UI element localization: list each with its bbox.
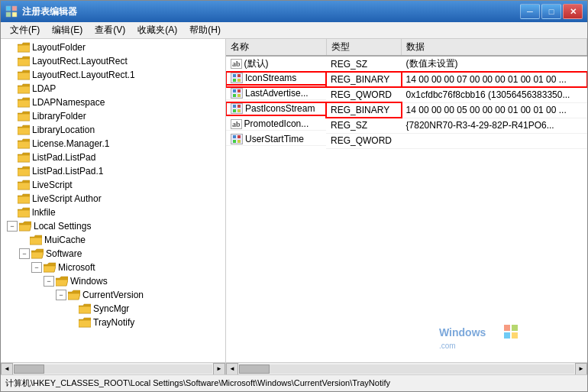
collapse-icon[interactable]: −	[56, 290, 66, 300]
folder-icon	[18, 70, 30, 80]
svg-rect-33	[237, 135, 241, 138]
close-button[interactable]: ✕	[563, 4, 583, 19]
table-row[interactable]: PastIconsStream REG_BINARY 14 00 00 00 0…	[226, 102, 587, 118]
scroll-right-arrow[interactable]: ►	[213, 363, 225, 375]
folder-icon	[18, 42, 30, 53]
tree-item-syncmgr[interactable]: SyncMgr	[1, 302, 225, 316]
table-row[interactable]: ab PromotedIcon... REG_SZ {7820NR70-R3-4…	[226, 118, 587, 133]
folder-icon-open	[56, 276, 68, 287]
reg-value-icon	[231, 103, 243, 114]
main-content: LayoutFolder LayoutRect.LayoutRect Layou…	[1, 39, 587, 362]
folder-icon	[18, 180, 30, 190]
reg-name: IconStreams	[245, 73, 296, 83]
left-hscroll[interactable]: ◄ ►	[1, 363, 226, 374]
svg-rect-27	[237, 94, 241, 97]
tree-item-livescript[interactable]: LiveScript	[1, 178, 225, 192]
tree-item-listpad[interactable]: ListPad.ListPad	[1, 151, 225, 164]
scroll-thumb2[interactable]	[239, 364, 270, 374]
tree-label: Local Settings	[34, 221, 91, 232]
tree-item-localsettings[interactable]: − Local Settings	[1, 219, 225, 233]
tree-item-ldapnamespace[interactable]: LDAPNamespace	[1, 96, 225, 109]
tree-item-windows[interactable]: − Windows	[1, 274, 225, 288]
tree-label: TrayNotify	[93, 317, 134, 328]
menu-edit[interactable]: 编辑(E)	[46, 22, 89, 38]
svg-rect-12	[18, 155, 30, 162]
tree-label: LayoutRect.LayoutRect	[32, 56, 128, 66]
scroll-left-arrow[interactable]: ◄	[1, 363, 13, 375]
tree-label: License.Manager.1	[32, 138, 109, 149]
tree-item-software[interactable]: − Software	[1, 247, 225, 261]
statusbar: 计算机\HKEY_CLASSES_ROOT\Local Settings\Sof…	[1, 374, 587, 391]
tree-item-layoutrect1[interactable]: LayoutRect.LayoutRect.1	[1, 68, 225, 82]
collapse-icon[interactable]: −	[19, 248, 30, 259]
reg-data: 0x1cfdbc76f8cbb16 (13056456383350...	[402, 87, 587, 102]
svg-rect-21	[237, 74, 241, 77]
right-hscroll[interactable]: ◄ ►	[226, 363, 587, 374]
menu-help[interactable]: 帮助(H)	[183, 22, 227, 38]
svg-rect-31	[237, 109, 241, 112]
tree-item-muicache[interactable]: MuiCache	[1, 233, 225, 247]
folder-icon	[18, 83, 30, 94]
reg-value-icon	[231, 73, 243, 83]
tree-item-livescriptauthor[interactable]: LiveScript Author	[1, 192, 225, 206]
tree-item-traynotify[interactable]: TrayNotify	[1, 316, 225, 329]
collapse-icon[interactable]: −	[7, 221, 18, 232]
menu-favorites[interactable]: 收藏夹(A)	[131, 22, 183, 38]
folder-icon	[18, 56, 30, 66]
collapse-icon[interactable]: −	[44, 276, 54, 287]
tree-item-libraryfolder[interactable]: LibraryFolder	[1, 109, 225, 123]
tree-item-layoutfolder[interactable]: LayoutFolder	[1, 40, 225, 54]
maximize-button[interactable]: □	[541, 4, 561, 19]
svg-rect-34	[233, 140, 236, 143]
tree-item-lnkfile[interactable]: lnkfile	[1, 206, 225, 219]
svg-rect-18	[79, 306, 91, 313]
tree-item-layoutrect[interactable]: LayoutRect.LayoutRect	[1, 54, 225, 68]
table-row[interactable]: IconStreams REG_BINARY 14 00 00 00 07 00…	[226, 72, 587, 87]
svg-rect-23	[237, 79, 241, 82]
table-row[interactable]: LastAdvertise... REG_QWORD 0x1cfdbc76f8c…	[226, 87, 587, 102]
tree-item-microsoft[interactable]: − Microsoft	[1, 261, 225, 274]
main-window: 注册表编辑器 ─ □ ✕ 文件(F) 编辑(E) 查看(V) 收藏夹(A) 帮助…	[0, 0, 588, 392]
reg-name: PastIconsStream	[245, 103, 315, 114]
reg-name: (默认)	[244, 57, 269, 70]
menubar: 文件(F) 编辑(E) 查看(V) 收藏夹(A) 帮助(H)	[1, 22, 587, 39]
reg-type: REG_SZ	[326, 56, 402, 72]
menu-file[interactable]: 文件(F)	[4, 22, 46, 38]
window-controls: ─ □ ✕	[520, 4, 583, 19]
reg-name: LastAdvertise...	[245, 88, 309, 99]
reg-type: REG_SZ	[326, 118, 402, 133]
reg-data: (数值未设置)	[402, 56, 587, 72]
tree-item-currentversion[interactable]: − CurrentVersion	[1, 288, 225, 302]
svg-rect-10	[18, 128, 30, 134]
tree-item-librarylocation[interactable]: LibraryLocation	[1, 123, 225, 137]
col-name: 名称	[226, 39, 326, 56]
tree-label: ListPad.ListPad.1	[32, 166, 103, 177]
tree-container[interactable]: LayoutFolder LayoutRect.LayoutRect Layou…	[1, 39, 225, 362]
svg-rect-32	[233, 135, 236, 138]
tree-item-licensemanager[interactable]: License.Manager.1	[1, 137, 225, 151]
folder-icon	[18, 125, 30, 135]
scroll-right-arrow2[interactable]: ►	[575, 363, 587, 375]
right-pane: 名称 类型 数据 ab (默认) REG_SZ	[226, 39, 587, 362]
folder-icon	[18, 138, 30, 149]
tree-label: lnkfile	[32, 207, 56, 218]
folder-icon	[79, 303, 91, 314]
menu-view[interactable]: 查看(V)	[89, 22, 131, 38]
reg-value-icon	[231, 134, 243, 144]
scroll-track[interactable]	[14, 364, 212, 374]
table-row[interactable]: UserStartTime REG_QWORD	[226, 133, 587, 148]
scroll-thumb[interactable]	[14, 364, 44, 374]
left-pane: LayoutFolder LayoutRect.LayoutRect Layou…	[1, 39, 226, 362]
registry-table[interactable]: 名称 类型 数据 ab (默认) REG_SZ	[226, 39, 587, 362]
tree-item-listpad1[interactable]: ListPad.ListPad.1	[1, 164, 225, 178]
scroll-track2[interactable]	[239, 364, 574, 374]
table-row[interactable]: ab (默认) REG_SZ (数值未设置)	[226, 56, 587, 72]
minimize-button[interactable]: ─	[520, 4, 540, 19]
tree-item-ldap[interactable]: LDAP	[1, 82, 225, 96]
svg-rect-0	[6, 6, 11, 11]
col-type: 类型	[326, 39, 402, 56]
folder-icon-open	[31, 248, 44, 259]
scroll-left-arrow2[interactable]: ◄	[226, 363, 238, 375]
collapse-icon[interactable]: −	[31, 262, 42, 273]
svg-rect-22	[233, 79, 236, 82]
